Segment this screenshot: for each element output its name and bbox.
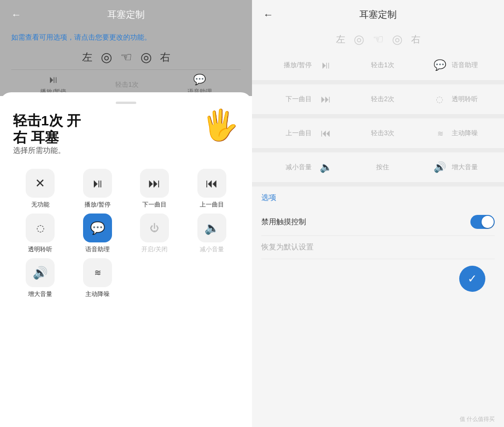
option-vol-up-label: 增大音量	[28, 290, 52, 298]
option-none-icon: ✕	[26, 169, 55, 198]
option-vol-up[interactable]: 🔊 增大音量	[13, 258, 68, 298]
action-left-vol-down: 减小音量	[261, 163, 317, 172]
play-pause-partial-icon: ⏯	[48, 74, 58, 86]
left-header: ← 耳塞定制	[11, 8, 241, 28]
action-next-icon: ⏭	[317, 91, 334, 108]
option-vol-up-icon: 🔊	[26, 258, 55, 287]
disable-touch-toggle[interactable]	[470, 215, 495, 229]
restore-defaults-label: 恢复为默认设置	[261, 242, 314, 252]
watermark: 值 什么值得买	[252, 413, 504, 427]
option-none-label: 无功能	[31, 200, 49, 209]
right-ear-icon-left: ◎	[354, 32, 364, 47]
option-vol-down: 🔈 减小音量	[185, 214, 239, 254]
right-panel: ← 耳塞定制 左 ◎ ☜ ◎ 右 播放/暂停 ⏯ 轻击1次 💬 语音助理 下一曲…	[252, 0, 504, 427]
option-onoff-icon: ⏻	[140, 214, 169, 242]
action-left-prev: 上一曲目	[261, 129, 317, 138]
ear-icon-touch: ☜	[120, 49, 132, 65]
right-ear-right-label: 右	[411, 33, 420, 46]
popup-title-block: 轻击1次 开右 耳塞 选择所需功能。	[13, 112, 81, 165]
setting-row-restore[interactable]: 恢复为默认设置	[261, 236, 495, 259]
option-onoff: ⏻ 开启/关闭	[127, 214, 182, 254]
ear-icon-right: ◎	[140, 49, 152, 65]
action-right-vol-up: 增大音量	[448, 163, 495, 172]
action-tap-once: 轻击1次	[334, 61, 431, 69]
action-vol-down-icon: 🔈	[317, 159, 334, 176]
partial-tap1: 轻击1次	[115, 81, 139, 89]
confirm-fab[interactable]: ✓	[459, 266, 485, 292]
options-section: 选项 禁用触摸控制 恢复为默认设置 ✓	[252, 186, 504, 298]
option-prev[interactable]: ⏮ 上一曲目	[185, 169, 239, 209]
option-vol-down-icon: 🔈	[197, 214, 226, 242]
option-none[interactable]: ✕ 无功能	[13, 169, 68, 209]
option-voice-icon: 💬	[83, 214, 112, 242]
option-transparent[interactable]: ◌ 透明聆听	[13, 214, 68, 254]
setting-row-disable-touch: 禁用触摸控制	[261, 208, 495, 236]
option-next-icon: ⏭	[140, 169, 169, 198]
action-tap-triple: 轻击3次	[334, 129, 431, 138]
option-play-icon: ⏯	[83, 169, 112, 198]
action-voice-icon: 💬	[431, 57, 448, 74]
tap1-partial-icon: 轻击1次	[115, 81, 139, 89]
divider-1	[252, 81, 504, 84]
action-prev-icon: ⏮	[317, 125, 334, 142]
action-right-voice: 语音助理	[448, 61, 495, 69]
left-top-gray: ← 耳塞定制 如需查看可用选项，请点击您要更改的功能。 左 ◎ ☜ ◎ 右 ⏯ …	[0, 0, 252, 96]
option-play-pause[interactable]: ⏯ 播放/暂停	[70, 169, 125, 209]
option-next[interactable]: ⏭ 下一曲目	[127, 169, 182, 209]
action-tap-twice: 轻击2次	[334, 95, 431, 103]
left-title: 耳塞定制	[107, 8, 145, 21]
left-back-button[interactable]: ←	[11, 9, 21, 21]
right-ear-left-label: 左	[336, 33, 345, 46]
divider-4	[252, 183, 504, 186]
popup-subtitle: 选择所需功能。	[13, 146, 81, 156]
toggle-knob	[482, 216, 494, 228]
action-left-next: 下一曲目	[261, 95, 317, 103]
right-title: 耳塞定制	[359, 8, 397, 21]
option-anc-icon: ≋	[83, 258, 112, 287]
popup-title-row: 轻击1次 开右 耳塞 选择所需功能。 🖐	[13, 112, 239, 165]
ear-left-label: 左	[82, 50, 92, 64]
options-section-title: 选项	[261, 193, 495, 203]
right-ear-icon-right: ◎	[392, 32, 403, 47]
action-press-hold: 按住	[334, 163, 431, 172]
action-transparent-icon: ◌	[431, 91, 448, 108]
action-vol-up-icon: 🔊	[431, 159, 448, 176]
action-anc-icon: ≋	[431, 125, 448, 142]
action-left-play: 播放/暂停	[261, 61, 317, 69]
option-onoff-label: 开启/关闭	[141, 245, 168, 254]
right-ear-row: 左 ◎ ☜ ◎ 右	[252, 28, 504, 50]
ear-right-label: 右	[160, 50, 170, 64]
ear-icons-row: 左 ◎ ☜ ◎ 右	[11, 49, 241, 69]
popup-card: 轻击1次 开右 耳塞 选择所需功能。 🖐 ✕ 无功能 ⏯ 播放/暂停 ⏭ 下一曲…	[0, 92, 252, 427]
action-row-play[interactable]: 播放/暂停 ⏯ 轻击1次 💬 语音助理	[252, 50, 504, 81]
fab-row: ✓	[261, 259, 495, 298]
left-panel: ← 耳塞定制 如需查看可用选项，请点击您要更改的功能。 左 ◎ ☜ ◎ 右 ⏯ …	[0, 0, 252, 427]
divider-2	[252, 115, 504, 118]
option-prev-label: 上一曲目	[200, 200, 224, 209]
option-transparent-label: 透明聆听	[28, 245, 52, 254]
right-content: 播放/暂停 ⏯ 轻击1次 💬 语音助理 下一曲目 ⏭ 轻击2次 ◌ 透明聆听 上…	[252, 50, 504, 413]
option-anc-label: 主动降噪	[85, 290, 110, 298]
hint-text: 如需查看可用选项，请点击您要更改的功能。	[11, 28, 241, 49]
action-row-vol[interactable]: 减小音量 🔈 按住 🔊 增大音量	[252, 152, 504, 183]
right-back-button[interactable]: ←	[263, 9, 273, 21]
action-row-prev[interactable]: 上一曲目 ⏮ 轻击3次 ≋ 主动降噪	[252, 118, 504, 149]
right-header: ← 耳塞定制	[252, 0, 504, 28]
action-row-next[interactable]: 下一曲目 ⏭ 轻击2次 ◌ 透明聆听	[252, 84, 504, 115]
popup-title: 轻击1次 开右 耳塞	[13, 112, 81, 146]
options-grid: ✕ 无功能 ⏯ 播放/暂停 ⏭ 下一曲目 ⏮ 上一曲目 ◌ 透明聆听 💬	[13, 169, 239, 298]
popup-notch	[116, 102, 136, 104]
option-vol-down-label: 减小音量	[200, 245, 224, 254]
disable-touch-label: 禁用触摸控制	[261, 217, 306, 227]
ear-icon-left: ◎	[101, 49, 112, 65]
action-right-transparent: 透明聆听	[448, 95, 495, 103]
option-next-label: 下一曲目	[142, 200, 167, 209]
action-play-icon: ⏯	[317, 57, 334, 74]
option-anc[interactable]: ≋ 主动降噪	[70, 258, 125, 298]
option-play-label: 播放/暂停	[84, 200, 111, 209]
option-voice-label: 语音助理	[85, 245, 110, 254]
option-voice[interactable]: 💬 语音助理	[70, 214, 125, 254]
action-right-anc: 主动降噪	[448, 129, 495, 138]
hand-gesture-icon: 🖐	[202, 108, 239, 143]
option-transparent-icon: ◌	[26, 214, 55, 242]
